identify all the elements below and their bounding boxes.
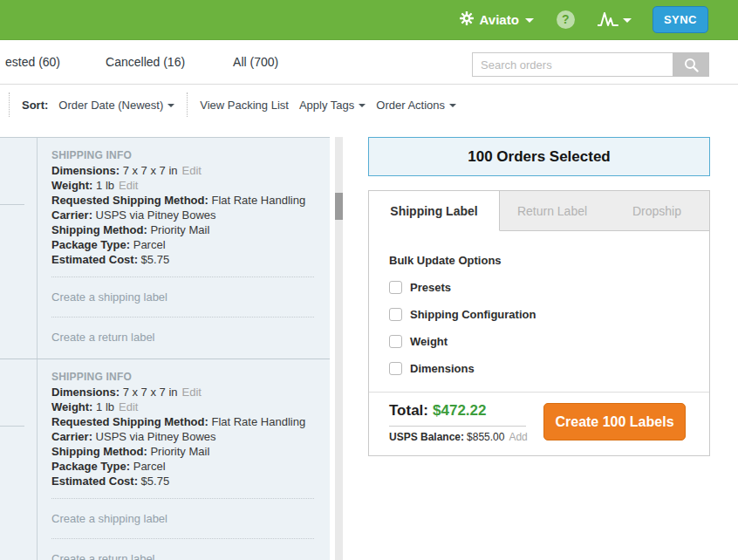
checkbox-weight[interactable] (389, 335, 402, 348)
field-requested-method: Requested Shipping Method: Flat Rate Han… (51, 193, 314, 208)
edit-link[interactable]: Edit (182, 386, 202, 399)
dotted-divider (51, 277, 314, 277)
usps-balance-label: USPS Balance: (389, 431, 464, 443)
total-value: $472.22 (433, 402, 486, 419)
field-package-type: Package Type: Parcel (51, 237, 314, 252)
add-balance-link[interactable]: Add (509, 431, 527, 443)
activity-menu[interactable] (598, 12, 632, 27)
bulk-update-section: Bulk Update Options Presets Shipping Con… (369, 231, 709, 375)
tab-cancelled[interactable]: Cancelled (16) (106, 55, 185, 69)
tab-all[interactable]: All (700) (233, 55, 278, 69)
field-weight: Weight: 1 lbEdit (51, 178, 314, 193)
gear-icon (460, 11, 474, 28)
field-estimated-cost: Estimated Cost: $5.75 (51, 474, 314, 488)
orders-selected-banner: 100 Orders Selected (368, 137, 710, 176)
create-return-label-link[interactable]: Create a return label (51, 549, 314, 560)
field-estimated-cost: Estimated Cost: $5.75 (51, 252, 314, 267)
field-carrier: Carrier: USPS via Pitney Bowes (51, 429, 314, 444)
field-dimensions: Dimensions: 7 x 7 x 7 inEdit (51, 385, 314, 400)
option-shipping-configuration[interactable]: Shipping Configuration (389, 308, 709, 321)
field-carrier: Carrier: USPS via Pitney Bowes (51, 208, 314, 222)
panel-tabs: Shipping Label Return Label Dropship (369, 191, 709, 231)
tab-ested[interactable]: ested (60) (5, 55, 60, 69)
bulk-update-title: Bulk Update Options (389, 254, 709, 267)
search-button[interactable] (673, 52, 709, 77)
footer-divider (389, 426, 526, 427)
order-list-panel: SHIPPING INFO Dimensions: 7 x 7 x 7 inEd… (0, 137, 330, 560)
order-actions-dropdown[interactable]: Order Actions (376, 99, 456, 112)
edit-link[interactable]: Edit (182, 164, 202, 177)
app-screen: Aviato ? SYNC ested (60) Cancelled (16) … (0, 0, 738, 560)
shipping-info-header: SHIPPING INFO (51, 370, 314, 385)
list-scrollbar-thumb[interactable] (335, 193, 343, 220)
dotted-divider (51, 317, 314, 318)
field-dimensions: Dimensions: 7 x 7 x 7 inEdit (51, 163, 314, 178)
sort-toolbar: Sort: Order Date (Newest) View Packing L… (0, 85, 738, 125)
search-bar (472, 52, 709, 77)
total-label: Total: (389, 402, 428, 419)
edit-link[interactable]: Edit (119, 400, 138, 413)
edit-link[interactable]: Edit (119, 179, 138, 192)
dotted-divider (51, 538, 314, 539)
chevron-down-icon (525, 18, 534, 23)
sort-dropdown[interactable]: Order Date (Newest) (58, 99, 174, 112)
toolbar-divider (9, 92, 10, 117)
card-edge-divider (0, 204, 24, 205)
chevron-down-icon (359, 104, 366, 107)
field-weight: Weight: 1 lbEdit (51, 400, 314, 414)
search-icon (684, 58, 699, 72)
checkbox-presets[interactable] (389, 281, 402, 294)
tab-dropship[interactable]: Dropship (605, 191, 709, 230)
view-packing-list-link[interactable]: View Packing List (200, 99, 289, 112)
tab-return-label[interactable]: Return Label (500, 191, 605, 230)
field-package-type: Package Type: Parcel (51, 459, 314, 474)
checkbox-dimensions[interactable] (389, 362, 402, 375)
sort-label: Sort: (22, 99, 48, 112)
field-shipping-method: Shipping Method: Priority Mail (51, 222, 314, 237)
apply-tags-dropdown[interactable]: Apply Tags (299, 99, 366, 112)
option-weight[interactable]: Weight (389, 335, 709, 348)
toolbar-divider (187, 92, 188, 117)
panel-footer: Total:$472.22 USPS Balance:$855.00Add Cr… (369, 392, 709, 455)
checkbox-shipping-configuration[interactable] (389, 308, 402, 321)
chevron-down-icon (623, 18, 632, 23)
activity-pulse-icon (598, 12, 618, 27)
create-return-label-link[interactable]: Create a return label (51, 327, 314, 347)
order-card: SHIPPING INFO Dimensions: 7 x 7 x 7 inEd… (0, 359, 330, 560)
option-presets[interactable]: Presets (389, 281, 709, 294)
chevron-down-icon (167, 104, 174, 107)
search-input[interactable] (472, 52, 673, 77)
card-edge-divider (0, 426, 24, 427)
bulk-actions-panel: Shipping Label Return Label Dropship Bul… (368, 190, 710, 456)
account-label: Aviato (480, 12, 519, 27)
top-navbar: Aviato ? SYNC (0, 0, 738, 40)
usps-balance-line: USPS Balance:$855.00Add (389, 431, 528, 443)
shipping-info-header: SHIPPING INFO (51, 148, 314, 163)
tab-shipping-label[interactable]: Shipping Label (369, 191, 500, 231)
dotted-divider (51, 498, 314, 499)
create-shipping-label-link[interactable]: Create a shipping label (51, 509, 314, 529)
field-requested-method: Requested Shipping Method: Flat Rate Han… (51, 414, 314, 429)
total-line: Total:$472.22 (389, 402, 486, 420)
create-labels-button[interactable]: Create 100 Labels (543, 403, 686, 440)
create-shipping-label-link[interactable]: Create a shipping label (51, 287, 314, 307)
chevron-down-icon (449, 104, 456, 107)
option-dimensions[interactable]: Dimensions (389, 362, 709, 375)
field-shipping-method: Shipping Method: Priority Mail (51, 444, 314, 459)
account-menu[interactable]: Aviato (460, 11, 534, 28)
order-card: SHIPPING INFO Dimensions: 7 x 7 x 7 inEd… (0, 138, 330, 359)
list-scrollbar-track[interactable] (335, 137, 343, 560)
usps-balance-value: $855.00 (467, 431, 504, 443)
help-button[interactable]: ? (557, 10, 575, 29)
sync-button[interactable]: SYNC (653, 6, 708, 33)
